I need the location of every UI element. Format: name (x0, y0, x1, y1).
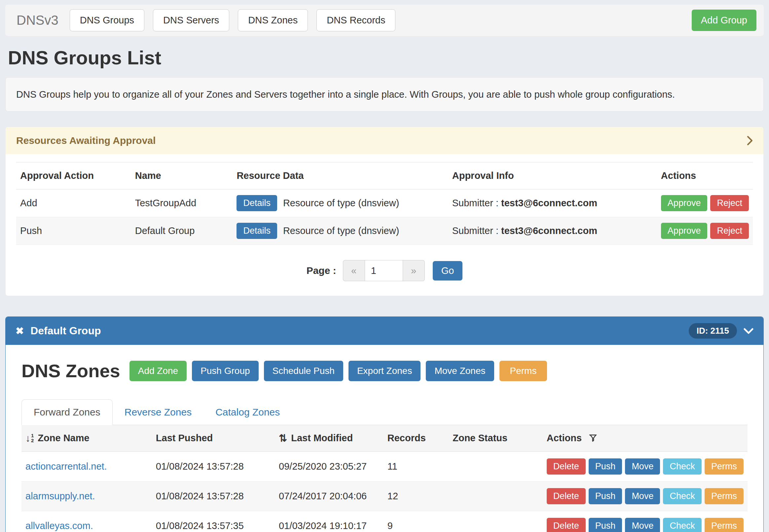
tab-catalog-zones[interactable]: Catalog Zones (204, 400, 292, 425)
approve-button[interactable]: Approve (661, 195, 708, 211)
chevron-right-icon[interactable] (747, 136, 753, 146)
col-approval-action: Approval Action (16, 162, 131, 189)
group-panel: ✖ Default Group ID: 2115 DNS Zones Add Z… (5, 316, 764, 532)
nav-dns-servers[interactable]: DNS Servers (153, 9, 229, 31)
last-pushed-cell: 01/08/2024 13:57:28 (152, 481, 275, 511)
sort-numeric-icon: ↓ 12 (25, 433, 34, 443)
delete-button[interactable]: Delete (547, 458, 586, 475)
schedule-push-button[interactable]: Schedule Push (264, 361, 343, 381)
approval-header-row: Approval Action Name Resource Data Appro… (16, 162, 753, 189)
approval-pagination: Page : « » Go (16, 260, 753, 281)
col-zone-name[interactable]: ↓ 12 Zone Name (21, 425, 152, 451)
filter-icon[interactable] (589, 434, 597, 443)
push-button[interactable]: Push (589, 518, 622, 532)
details-button[interactable]: Details (237, 223, 277, 239)
approve-button[interactable]: Approve (661, 223, 708, 239)
approval-table: Approval Action Name Resource Data Appro… (16, 162, 753, 245)
records-cell: 11 (384, 451, 449, 481)
nav-dns-zones[interactable]: DNS Zones (238, 9, 308, 31)
zones-tabs: Forward Zones Reverse Zones Catalog Zone… (21, 399, 748, 425)
page-title: DNS Groups List (8, 47, 761, 69)
top-nav-bar: DNSv3 DNS Groups DNS Servers DNS Zones D… (5, 5, 764, 36)
zone-name-cell: alarmsupply.net. (21, 481, 152, 511)
delete-button[interactable]: Delete (547, 488, 586, 504)
tab-forward-zones[interactable]: Forward Zones (21, 399, 113, 425)
push-button[interactable]: Push (589, 488, 622, 504)
approval-name-cell: TestGroupAdd (131, 189, 233, 217)
zone-link[interactable]: actioncarrental.net. (25, 461, 107, 472)
approval-panel-header[interactable]: Resources Awaiting Approval (6, 127, 763, 154)
submitter-label: Submitter : (452, 198, 498, 208)
approval-info-cell: Submitter : test3@6connect.com (448, 189, 657, 217)
check-button[interactable]: Check (663, 458, 702, 475)
perms-row-button[interactable]: Perms (705, 488, 744, 504)
group-panel-title: Default Group (30, 325, 101, 337)
resource-description: Resource of type (dnsview) (283, 198, 399, 209)
next-page-button[interactable]: » (403, 260, 425, 281)
group-id-badge: ID: 2115 (689, 323, 737, 339)
approval-action-cell: Push (16, 217, 131, 245)
prev-page-button[interactable]: « (343, 260, 365, 281)
approval-actions-cell: Approve Reject (657, 189, 753, 217)
add-zone-button[interactable]: Add Zone (129, 361, 186, 381)
zone-link[interactable]: allvalleyas.com. (25, 520, 93, 531)
move-button[interactable]: Move (625, 488, 660, 504)
page-number-input[interactable] (365, 260, 403, 281)
group-panel-body: DNS Zones Add Zone Push Group Schedule P… (6, 345, 763, 532)
perms-row-button[interactable]: Perms (705, 458, 744, 475)
move-button[interactable]: Move (625, 458, 660, 475)
close-icon[interactable]: ✖ (16, 325, 24, 337)
approval-row: Push Default Group Details Resource of t… (16, 217, 753, 245)
tab-reverse-zones[interactable]: Reverse Zones (113, 400, 204, 425)
col-name: Name (131, 162, 233, 189)
go-button[interactable]: Go (433, 261, 463, 281)
col-zone-actions: Actions (543, 425, 748, 451)
col-approval-info: Approval Info (448, 162, 657, 189)
col-actions: Actions (657, 162, 753, 189)
approval-action-cell: Add (16, 189, 131, 217)
add-group-button[interactable]: Add Group (692, 10, 756, 31)
zones-header-row: ↓ 12 Zone Name Last Pushed ⇅ Last Modifi… (21, 425, 748, 451)
delete-button[interactable]: Delete (547, 518, 586, 532)
reject-button[interactable]: Reject (710, 195, 749, 211)
approval-actions-cell: Approve Reject (657, 217, 753, 245)
perms-button[interactable]: Perms (499, 361, 547, 381)
approval-resource-cell: Details Resource of type (dnsview) (233, 217, 448, 245)
approval-panel-body: Approval Action Name Resource Data Appro… (6, 154, 763, 296)
push-group-button[interactable]: Push Group (192, 361, 258, 381)
zone-link[interactable]: alarmsupply.net. (25, 491, 95, 501)
check-button[interactable]: Check (663, 488, 702, 504)
group-panel-header: ✖ Default Group ID: 2115 (6, 317, 763, 345)
dns-zones-toolbar: DNS Zones Add Zone Push Group Schedule P… (21, 360, 748, 382)
details-button[interactable]: Details (237, 195, 277, 211)
approval-panel: Resources Awaiting Approval Approval Act… (5, 127, 764, 296)
page-description: DNS Groups help you to organize all of y… (5, 77, 764, 112)
nav-dns-groups[interactable]: DNS Groups (70, 9, 144, 31)
check-button[interactable]: Check (663, 518, 702, 532)
approval-name-cell: Default Group (131, 217, 233, 245)
approval-info-cell: Submitter : test3@6connect.com (448, 217, 657, 245)
zone-name-cell: actioncarrental.net. (21, 451, 152, 481)
nav-dns-records[interactable]: DNS Records (317, 9, 395, 31)
approval-panel-title: Resources Awaiting Approval (16, 135, 155, 146)
col-resource-data: Resource Data (233, 162, 448, 189)
export-zones-button[interactable]: Export Zones (349, 361, 421, 381)
push-button[interactable]: Push (589, 458, 622, 475)
last-modified-cell: 09/25/2020 23:05:27 (275, 451, 384, 481)
reject-button[interactable]: Reject (710, 223, 749, 239)
zone-actions-cell: Delete Push Move Check Perms (543, 451, 748, 481)
page-label: Page : (307, 265, 336, 276)
zone-status-cell (449, 511, 543, 532)
submitter-email: test3@6connect.com (501, 198, 597, 208)
last-pushed-cell: 01/08/2024 13:57:35 (152, 511, 275, 532)
zones-table: ↓ 12 Zone Name Last Pushed ⇅ Last Modifi… (21, 425, 748, 532)
move-button[interactable]: Move (625, 518, 660, 532)
chevron-down-icon[interactable] (744, 328, 753, 334)
move-zones-button[interactable]: Move Zones (426, 361, 494, 381)
last-modified-cell: 01/03/2024 19:10:17 (275, 511, 384, 532)
perms-row-button[interactable]: Perms (705, 518, 744, 532)
submitter-label: Submitter : (452, 225, 498, 236)
col-last-modified[interactable]: ⇅ Last Modified (275, 425, 384, 451)
approval-resource-cell: Details Resource of type (dnsview) (233, 189, 448, 217)
col-last-pushed: Last Pushed (152, 425, 275, 451)
